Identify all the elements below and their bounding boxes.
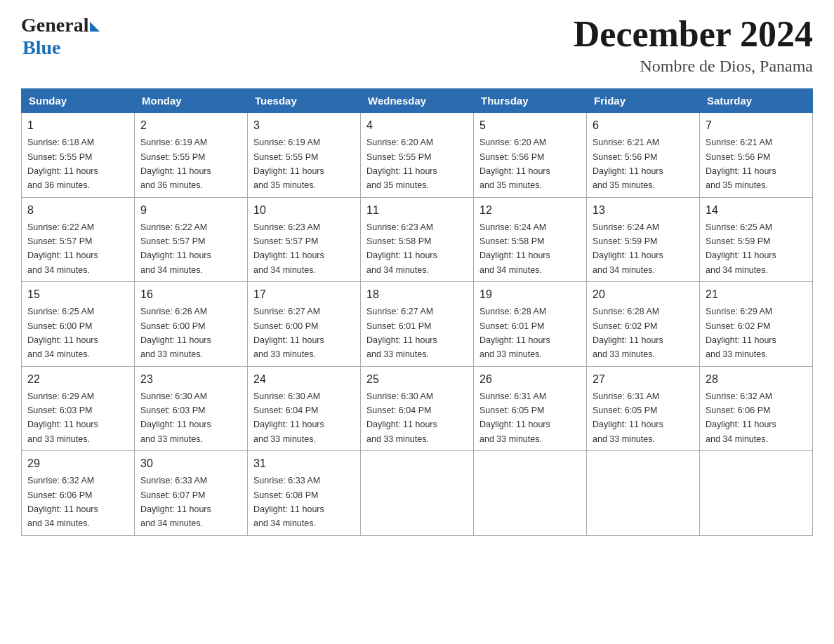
day-number: 11 [366,202,468,219]
calendar-day-header: Sunday [22,89,135,113]
calendar-day-cell: 4Sunrise: 6:20 AM Sunset: 5:55 PM Daylig… [361,113,474,198]
day-number: 12 [479,202,581,219]
title-block: December 2024 Nombre de Dios, Panama [574,14,813,76]
day-info: Sunrise: 6:31 AM Sunset: 6:05 PM Dayligh… [593,391,663,444]
day-info: Sunrise: 6:30 AM Sunset: 6:04 PM Dayligh… [366,391,437,444]
calendar-day-header: Thursday [474,89,587,113]
calendar-week-row: 8Sunrise: 6:22 AM Sunset: 5:57 PM Daylig… [22,197,813,282]
calendar-day-cell: 29Sunrise: 6:32 AM Sunset: 6:06 PM Dayli… [22,451,135,536]
day-number: 14 [706,202,807,219]
calendar-day-cell: 23Sunrise: 6:30 AM Sunset: 6:03 PM Dayli… [135,366,248,451]
day-info: Sunrise: 6:19 AM Sunset: 5:55 PM Dayligh… [253,137,324,190]
calendar-day-cell [361,451,474,536]
day-info: Sunrise: 6:21 AM Sunset: 5:56 PM Dayligh… [593,137,663,190]
calendar-day-header: Tuesday [248,89,361,113]
calendar-header-row: SundayMondayTuesdayWednesdayThursdayFrid… [22,89,813,113]
calendar-day-cell: 16Sunrise: 6:26 AM Sunset: 6:00 PM Dayli… [135,282,248,367]
calendar-day-cell: 10Sunrise: 6:23 AM Sunset: 5:57 PM Dayli… [248,197,361,282]
calendar-day-cell: 21Sunrise: 6:29 AM Sunset: 6:02 PM Dayli… [700,282,813,367]
day-info: Sunrise: 6:22 AM Sunset: 5:57 PM Dayligh… [27,222,98,275]
day-info: Sunrise: 6:27 AM Sunset: 6:01 PM Dayligh… [366,307,437,359]
calendar-day-cell: 11Sunrise: 6:23 AM Sunset: 5:58 PM Dayli… [361,197,474,282]
day-info: Sunrise: 6:29 AM Sunset: 6:02 PM Dayligh… [706,307,776,359]
calendar-day-cell: 25Sunrise: 6:30 AM Sunset: 6:04 PM Dayli… [361,366,474,451]
calendar-day-cell: 5Sunrise: 6:20 AM Sunset: 5:56 PM Daylig… [474,113,587,198]
day-info: Sunrise: 6:20 AM Sunset: 5:55 PM Dayligh… [366,137,437,190]
calendar-day-cell: 20Sunrise: 6:28 AM Sunset: 6:02 PM Dayli… [587,282,700,367]
day-info: Sunrise: 6:27 AM Sunset: 6:00 PM Dayligh… [253,307,324,359]
day-number: 1 [27,117,128,134]
day-number: 8 [27,202,128,219]
day-number: 17 [253,286,355,303]
logo: General Blue [21,14,100,59]
calendar-day-cell: 30Sunrise: 6:33 AM Sunset: 6:07 PM Dayli… [135,451,248,536]
logo-triangle-icon [90,22,100,32]
calendar-week-row: 29Sunrise: 6:32 AM Sunset: 6:06 PM Dayli… [22,451,813,536]
calendar-week-row: 1Sunrise: 6:18 AM Sunset: 5:55 PM Daylig… [22,113,813,198]
day-info: Sunrise: 6:28 AM Sunset: 6:02 PM Dayligh… [593,307,663,359]
day-number: 4 [366,117,468,134]
calendar-day-cell: 27Sunrise: 6:31 AM Sunset: 6:05 PM Dayli… [587,366,700,451]
day-number: 23 [140,371,241,388]
day-info: Sunrise: 6:30 AM Sunset: 6:03 PM Dayligh… [140,391,211,444]
day-info: Sunrise: 6:24 AM Sunset: 5:58 PM Dayligh… [479,222,550,275]
calendar-day-cell: 2Sunrise: 6:19 AM Sunset: 5:55 PM Daylig… [135,113,248,198]
calendar-subtitle: Nombre de Dios, Panama [574,57,813,76]
day-info: Sunrise: 6:24 AM Sunset: 5:59 PM Dayligh… [593,222,663,275]
day-number: 15 [27,286,128,303]
day-number: 18 [366,286,468,303]
day-number: 31 [253,455,355,472]
day-number: 25 [366,371,468,388]
calendar-title: December 2024 [574,14,813,54]
day-number: 26 [479,371,581,388]
day-info: Sunrise: 6:32 AM Sunset: 6:06 PM Dayligh… [27,476,98,528]
calendar-day-cell: 9Sunrise: 6:22 AM Sunset: 5:57 PM Daylig… [135,197,248,282]
calendar-day-header: Friday [587,89,700,113]
calendar-day-cell: 18Sunrise: 6:27 AM Sunset: 6:01 PM Dayli… [361,282,474,367]
page-header: General Blue December 2024 Nombre de Dio… [21,14,813,76]
calendar-day-cell: 26Sunrise: 6:31 AM Sunset: 6:05 PM Dayli… [474,366,587,451]
day-info: Sunrise: 6:20 AM Sunset: 5:56 PM Dayligh… [479,137,550,190]
calendar-day-header: Wednesday [361,89,474,113]
calendar-day-cell: 31Sunrise: 6:33 AM Sunset: 6:08 PM Dayli… [248,451,361,536]
day-info: Sunrise: 6:33 AM Sunset: 6:07 PM Dayligh… [140,476,211,528]
day-info: Sunrise: 6:33 AM Sunset: 6:08 PM Dayligh… [253,476,324,528]
day-number: 22 [27,371,128,388]
day-number: 5 [479,117,581,134]
day-info: Sunrise: 6:22 AM Sunset: 5:57 PM Dayligh… [140,222,211,275]
day-number: 21 [706,286,807,303]
day-number: 6 [593,117,694,134]
day-info: Sunrise: 6:23 AM Sunset: 5:57 PM Dayligh… [253,222,324,275]
calendar-day-cell: 14Sunrise: 6:25 AM Sunset: 5:59 PM Dayli… [700,197,813,282]
calendar-day-cell [587,451,700,536]
day-info: Sunrise: 6:26 AM Sunset: 6:00 PM Dayligh… [140,307,211,359]
day-info: Sunrise: 6:28 AM Sunset: 6:01 PM Dayligh… [479,307,550,359]
calendar-day-cell: 7Sunrise: 6:21 AM Sunset: 5:56 PM Daylig… [700,113,813,198]
calendar-day-cell: 15Sunrise: 6:25 AM Sunset: 6:00 PM Dayli… [22,282,135,367]
day-info: Sunrise: 6:31 AM Sunset: 6:05 PM Dayligh… [479,391,550,444]
calendar-table: SundayMondayTuesdayWednesdayThursdayFrid… [21,88,813,536]
day-number: 28 [706,371,807,388]
day-number: 29 [27,455,128,472]
calendar-day-cell [700,451,813,536]
calendar-week-row: 22Sunrise: 6:29 AM Sunset: 6:03 PM Dayli… [22,366,813,451]
day-number: 24 [253,371,355,388]
day-number: 2 [140,117,241,134]
day-info: Sunrise: 6:18 AM Sunset: 5:55 PM Dayligh… [27,137,98,190]
day-number: 27 [593,371,694,388]
calendar-day-cell: 3Sunrise: 6:19 AM Sunset: 5:55 PM Daylig… [248,113,361,198]
calendar-day-header: Monday [135,89,248,113]
day-info: Sunrise: 6:25 AM Sunset: 5:59 PM Dayligh… [706,222,776,275]
calendar-day-cell: 13Sunrise: 6:24 AM Sunset: 5:59 PM Dayli… [587,197,700,282]
calendar-day-header: Saturday [700,89,813,113]
calendar-day-cell: 28Sunrise: 6:32 AM Sunset: 6:06 PM Dayli… [700,366,813,451]
day-number: 9 [140,202,241,219]
calendar-week-row: 15Sunrise: 6:25 AM Sunset: 6:00 PM Dayli… [22,282,813,367]
calendar-day-cell: 24Sunrise: 6:30 AM Sunset: 6:04 PM Dayli… [248,366,361,451]
day-number: 30 [140,455,241,472]
day-number: 16 [140,286,241,303]
day-info: Sunrise: 6:30 AM Sunset: 6:04 PM Dayligh… [253,391,324,444]
calendar-day-cell: 12Sunrise: 6:24 AM Sunset: 5:58 PM Dayli… [474,197,587,282]
calendar-day-cell: 22Sunrise: 6:29 AM Sunset: 6:03 PM Dayli… [22,366,135,451]
day-info: Sunrise: 6:21 AM Sunset: 5:56 PM Dayligh… [706,137,776,190]
